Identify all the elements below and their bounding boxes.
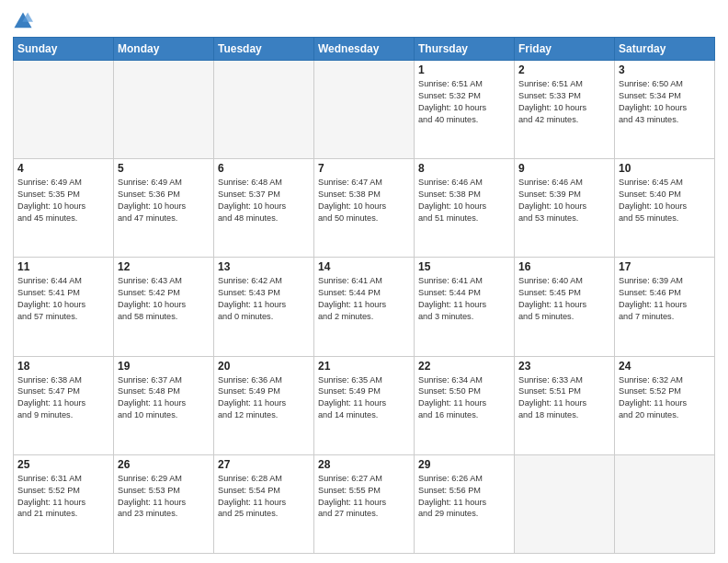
calendar-cell: [14, 61, 114, 159]
day-number: 9: [518, 162, 610, 175]
calendar-cell: 24Sunrise: 6:32 AMSunset: 5:52 PMDayligh…: [615, 356, 715, 454]
day-info: Sunrise: 6:36 AMSunset: 5:49 PMDaylight:…: [218, 374, 310, 422]
day-number: 26: [118, 458, 210, 471]
day-info: Sunrise: 6:41 AMSunset: 5:44 PMDaylight:…: [318, 275, 410, 323]
day-number: 25: [17, 458, 109, 471]
day-info: Sunrise: 6:50 AMSunset: 5:34 PMDaylight:…: [619, 78, 711, 126]
day-number: 3: [619, 63, 711, 76]
day-number: 5: [118, 162, 210, 175]
day-info: Sunrise: 6:26 AMSunset: 5:56 PMDaylight:…: [418, 473, 510, 521]
day-info: Sunrise: 6:32 AMSunset: 5:52 PMDaylight:…: [619, 374, 711, 422]
header: [13, 9, 715, 31]
calendar-cell: 12Sunrise: 6:43 AMSunset: 5:42 PMDayligh…: [114, 258, 214, 356]
day-number: 24: [619, 360, 711, 373]
day-info: Sunrise: 6:27 AMSunset: 5:55 PMDaylight:…: [318, 473, 410, 521]
calendar-cell: 8Sunrise: 6:46 AMSunset: 5:38 PMDaylight…: [415, 159, 515, 258]
weekday-header: Saturday: [615, 38, 715, 61]
weekday-header: Thursday: [415, 38, 515, 61]
calendar-week-row: 1Sunrise: 6:51 AMSunset: 5:32 PMDaylight…: [14, 61, 715, 159]
calendar-cell: 13Sunrise: 6:42 AMSunset: 5:43 PMDayligh…: [214, 258, 314, 356]
day-number: 1: [418, 63, 510, 76]
weekday-header: Monday: [114, 38, 214, 61]
calendar-cell: [214, 61, 314, 159]
day-info: Sunrise: 6:37 AMSunset: 5:48 PMDaylight:…: [118, 374, 210, 422]
weekday-header: Friday: [515, 38, 615, 61]
calendar-week-row: 4Sunrise: 6:49 AMSunset: 5:35 PMDaylight…: [14, 159, 715, 258]
day-info: Sunrise: 6:51 AMSunset: 5:33 PMDaylight:…: [518, 78, 610, 126]
day-info: Sunrise: 6:42 AMSunset: 5:43 PMDaylight:…: [218, 275, 310, 323]
calendar-cell: 2Sunrise: 6:51 AMSunset: 5:33 PMDaylight…: [515, 61, 615, 159]
calendar-cell: 18Sunrise: 6:38 AMSunset: 5:47 PMDayligh…: [14, 356, 114, 454]
day-number: 20: [218, 360, 310, 373]
day-number: 11: [17, 260, 109, 273]
day-info: Sunrise: 6:38 AMSunset: 5:47 PMDaylight:…: [17, 374, 109, 422]
calendar-week-row: 25Sunrise: 6:31 AMSunset: 5:52 PMDayligh…: [14, 454, 715, 553]
day-number: 28: [318, 458, 410, 471]
calendar-cell: 10Sunrise: 6:45 AMSunset: 5:40 PMDayligh…: [615, 159, 715, 258]
calendar-cell: 25Sunrise: 6:31 AMSunset: 5:52 PMDayligh…: [14, 454, 114, 553]
day-info: Sunrise: 6:47 AMSunset: 5:38 PMDaylight:…: [318, 177, 410, 224]
day-info: Sunrise: 6:29 AMSunset: 5:53 PMDaylight:…: [118, 473, 210, 521]
logo: [13, 13, 35, 31]
calendar-cell: 1Sunrise: 6:51 AMSunset: 5:32 PMDaylight…: [415, 61, 515, 159]
day-number: 29: [418, 458, 510, 471]
day-number: 12: [118, 260, 210, 273]
calendar-cell: 27Sunrise: 6:28 AMSunset: 5:54 PMDayligh…: [214, 454, 314, 553]
page: SundayMondayTuesdayWednesdayThursdayFrid…: [0, 0, 728, 563]
calendar-cell: 23Sunrise: 6:33 AMSunset: 5:51 PMDayligh…: [515, 356, 615, 454]
day-info: Sunrise: 6:39 AMSunset: 5:46 PMDaylight:…: [619, 275, 711, 323]
calendar-cell: [515, 454, 615, 553]
day-info: Sunrise: 6:33 AMSunset: 5:51 PMDaylight:…: [518, 374, 610, 422]
calendar-cell: 22Sunrise: 6:34 AMSunset: 5:50 PMDayligh…: [415, 356, 515, 454]
day-info: Sunrise: 6:46 AMSunset: 5:38 PMDaylight:…: [418, 177, 510, 224]
calendar-cell: [615, 454, 715, 553]
day-number: 21: [318, 360, 410, 373]
calendar-cell: 9Sunrise: 6:46 AMSunset: 5:39 PMDaylight…: [515, 159, 615, 258]
day-number: 19: [118, 360, 210, 373]
day-info: Sunrise: 6:43 AMSunset: 5:42 PMDaylight:…: [118, 275, 210, 323]
calendar-cell: 21Sunrise: 6:35 AMSunset: 5:49 PMDayligh…: [314, 356, 415, 454]
day-number: 8: [418, 162, 510, 175]
calendar-table: SundayMondayTuesdayWednesdayThursdayFrid…: [13, 37, 715, 554]
day-info: Sunrise: 6:28 AMSunset: 5:54 PMDaylight:…: [218, 473, 310, 521]
day-number: 4: [17, 162, 109, 175]
day-info: Sunrise: 6:40 AMSunset: 5:45 PMDaylight:…: [518, 275, 610, 323]
day-info: Sunrise: 6:49 AMSunset: 5:35 PMDaylight:…: [17, 177, 109, 224]
calendar-cell: 17Sunrise: 6:39 AMSunset: 5:46 PMDayligh…: [615, 258, 715, 356]
weekday-header: Tuesday: [214, 38, 314, 61]
day-number: 23: [518, 360, 610, 373]
day-info: Sunrise: 6:34 AMSunset: 5:50 PMDaylight:…: [418, 374, 510, 422]
day-number: 16: [518, 260, 610, 273]
day-number: 22: [418, 360, 510, 373]
calendar-cell: 3Sunrise: 6:50 AMSunset: 5:34 PMDaylight…: [615, 61, 715, 159]
day-number: 15: [418, 260, 510, 273]
calendar-cell: 16Sunrise: 6:40 AMSunset: 5:45 PMDayligh…: [515, 258, 615, 356]
day-number: 10: [619, 162, 711, 175]
day-number: 18: [17, 360, 109, 373]
calendar-cell: 29Sunrise: 6:26 AMSunset: 5:56 PMDayligh…: [415, 454, 515, 553]
calendar-cell: 4Sunrise: 6:49 AMSunset: 5:35 PMDaylight…: [14, 159, 114, 258]
calendar-cell: 7Sunrise: 6:47 AMSunset: 5:38 PMDaylight…: [314, 159, 415, 258]
day-info: Sunrise: 6:44 AMSunset: 5:41 PMDaylight:…: [17, 275, 109, 323]
calendar-cell: 19Sunrise: 6:37 AMSunset: 5:48 PMDayligh…: [114, 356, 214, 454]
day-info: Sunrise: 6:45 AMSunset: 5:40 PMDaylight:…: [619, 177, 711, 224]
calendar-cell: 20Sunrise: 6:36 AMSunset: 5:49 PMDayligh…: [214, 356, 314, 454]
day-number: 2: [518, 63, 610, 76]
day-number: 6: [218, 162, 310, 175]
weekday-header-row: SundayMondayTuesdayWednesdayThursdayFrid…: [14, 38, 715, 61]
calendar-cell: 14Sunrise: 6:41 AMSunset: 5:44 PMDayligh…: [314, 258, 415, 356]
calendar-week-row: 11Sunrise: 6:44 AMSunset: 5:41 PMDayligh…: [14, 258, 715, 356]
calendar-cell: 26Sunrise: 6:29 AMSunset: 5:53 PMDayligh…: [114, 454, 214, 553]
calendar-cell: [114, 61, 214, 159]
day-info: Sunrise: 6:48 AMSunset: 5:37 PMDaylight:…: [218, 177, 310, 224]
weekday-header: Sunday: [14, 38, 114, 61]
day-number: 14: [318, 260, 410, 273]
calendar-cell: [314, 61, 415, 159]
day-number: 13: [218, 260, 310, 273]
calendar-cell: 11Sunrise: 6:44 AMSunset: 5:41 PMDayligh…: [14, 258, 114, 356]
calendar-cell: 5Sunrise: 6:49 AMSunset: 5:36 PMDaylight…: [114, 159, 214, 258]
day-info: Sunrise: 6:35 AMSunset: 5:49 PMDaylight:…: [318, 374, 410, 422]
day-info: Sunrise: 6:31 AMSunset: 5:52 PMDaylight:…: [17, 473, 109, 521]
day-info: Sunrise: 6:51 AMSunset: 5:32 PMDaylight:…: [418, 78, 510, 126]
calendar-cell: 15Sunrise: 6:41 AMSunset: 5:44 PMDayligh…: [415, 258, 515, 356]
